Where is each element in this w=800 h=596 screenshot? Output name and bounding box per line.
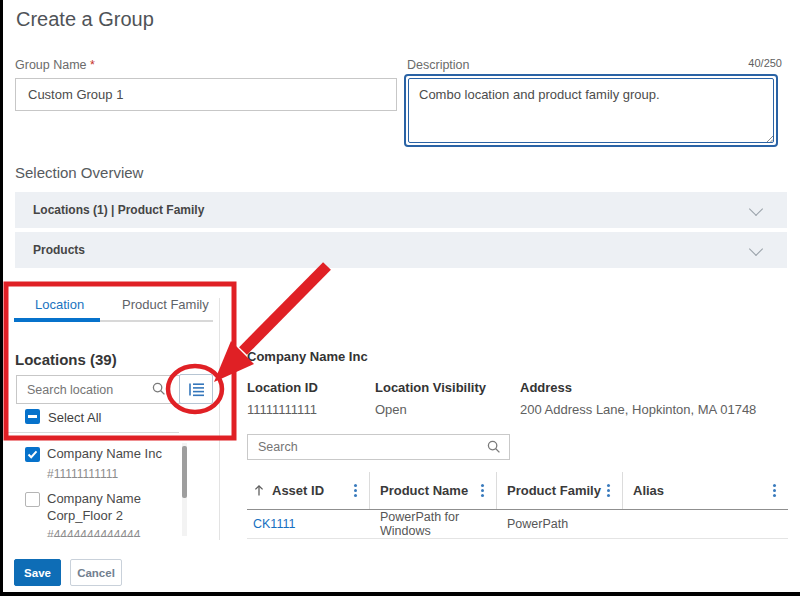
table-row: CK1111 PowerPath for Windows PowerPath bbox=[247, 510, 788, 539]
location-list: Company Name Inc #11111111111 Company Na… bbox=[7, 441, 183, 537]
location-item-checkbox[interactable] bbox=[25, 447, 40, 462]
column-label: Alias bbox=[633, 483, 664, 498]
active-tab-indicator bbox=[14, 318, 100, 322]
screenshot-frame-bottom bbox=[0, 592, 800, 596]
field-label-location-visibility: Location Visibility bbox=[375, 380, 486, 395]
screenshot-frame-left bbox=[0, 0, 3, 596]
accordion-label: Locations (1) | Product Family bbox=[33, 203, 204, 217]
location-item-name[interactable]: Company Name Inc bbox=[47, 445, 162, 462]
resize-handle-icon[interactable] bbox=[764, 133, 774, 143]
page-title: Create a Group bbox=[16, 8, 154, 31]
panel-divider bbox=[219, 298, 220, 540]
field-value-address: 200 Address Lane, Hopkinton, MA 01748 bbox=[520, 402, 756, 417]
search-icon bbox=[487, 440, 501, 454]
column-label: Asset ID bbox=[272, 483, 324, 498]
accordion-products[interactable]: Products bbox=[15, 232, 787, 268]
group-name-label: Group Name * bbox=[15, 58, 95, 72]
create-group-page: Create a Group Group Name * Description … bbox=[0, 0, 800, 596]
list-view-button[interactable] bbox=[179, 374, 213, 404]
field-value-location-id: 11111111111 bbox=[247, 402, 317, 417]
table-header-row: Asset ID Product Name Product Family Ali… bbox=[247, 472, 788, 510]
group-name-label-text: Group Name bbox=[15, 58, 87, 72]
annotation-arrow-shaft bbox=[243, 266, 327, 351]
group-name-input[interactable] bbox=[15, 78, 397, 111]
locations-count-heading: Locations (39) bbox=[15, 351, 117, 368]
select-all-label: Select All bbox=[48, 410, 101, 425]
chevron-down-icon bbox=[749, 242, 763, 256]
search-icon bbox=[152, 382, 166, 396]
kebab-menu-icon[interactable] bbox=[607, 489, 610, 492]
description-text: Combo location and product family group. bbox=[408, 78, 774, 143]
kebab-menu-icon[interactable] bbox=[481, 489, 484, 492]
description-label: Description bbox=[407, 58, 470, 72]
location-item-checkbox[interactable] bbox=[25, 492, 40, 507]
selection-overview-heading: Selection Overview bbox=[15, 164, 143, 181]
product-family-cell: PowerPath bbox=[497, 517, 623, 531]
field-label-address: Address bbox=[520, 380, 572, 395]
column-label: Product Family bbox=[507, 483, 601, 498]
character-counter: 40/250 bbox=[748, 57, 782, 69]
description-textarea[interactable]: Combo location and product family group. bbox=[404, 74, 778, 147]
location-item-id: #11111111111 bbox=[47, 466, 118, 482]
sort-ascending-icon[interactable] bbox=[253, 484, 265, 497]
location-item-name[interactable]: Company Name Corp_Floor 2 bbox=[47, 490, 165, 524]
product-name-cell: PowerPath for Windows bbox=[370, 510, 497, 538]
kebab-menu-icon[interactable] bbox=[773, 489, 776, 492]
company-name: Company Name Inc bbox=[247, 349, 368, 364]
location-item-id: #4444444444444 bbox=[47, 527, 140, 537]
checkmark-icon bbox=[26, 448, 39, 461]
select-all-checkbox[interactable] bbox=[25, 409, 40, 424]
chevron-down-icon bbox=[749, 202, 763, 216]
column-header-product-family[interactable]: Product Family bbox=[497, 472, 623, 509]
indeterminate-dash-icon bbox=[28, 415, 37, 418]
scrollbar-thumb[interactable] bbox=[182, 446, 187, 498]
assets-table: Asset ID Product Name Product Family Ali… bbox=[247, 472, 788, 539]
asset-id-link[interactable]: CK1111 bbox=[247, 517, 370, 531]
search-assets-input[interactable] bbox=[247, 434, 510, 460]
accordion-locations-product-family[interactable]: Locations (1) | Product Family bbox=[15, 192, 787, 228]
bulleted-list-icon bbox=[187, 380, 207, 399]
divider bbox=[7, 432, 179, 433]
field-label-location-id: Location ID bbox=[247, 380, 318, 395]
column-header-product-name[interactable]: Product Name bbox=[370, 472, 497, 509]
accordion-label: Products bbox=[33, 243, 85, 257]
save-button[interactable]: Save bbox=[14, 559, 61, 586]
column-header-asset-id[interactable]: Asset ID bbox=[247, 472, 370, 509]
field-value-location-visibility: Open bbox=[375, 402, 407, 417]
tab-location[interactable]: Location bbox=[35, 297, 84, 312]
column-header-alias[interactable]: Alias bbox=[623, 472, 788, 509]
tab-product-family[interactable]: Product Family bbox=[122, 297, 209, 312]
required-asterisk: * bbox=[90, 58, 95, 72]
cancel-button[interactable]: Cancel bbox=[70, 559, 122, 586]
column-label: Product Name bbox=[380, 483, 468, 498]
kebab-menu-icon[interactable] bbox=[354, 489, 357, 492]
